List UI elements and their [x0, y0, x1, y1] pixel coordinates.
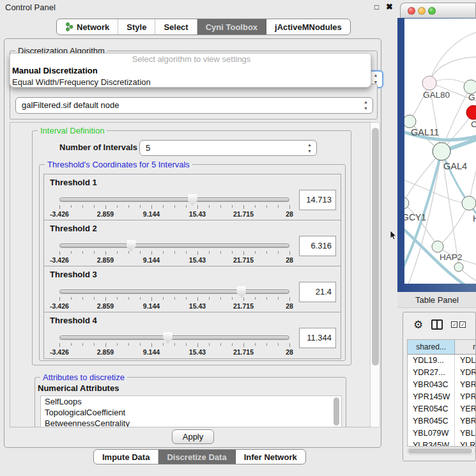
close-panel-icon[interactable]: ✖	[386, 2, 393, 12]
threshold-coordinates-group: Threshold's Coordinates for 5 Intervals …	[39, 164, 346, 361]
threshold-value-field[interactable]: 11.344	[299, 328, 336, 348]
gray-edge[interactable]	[469, 153, 476, 203]
cell-shared-name[interactable]: YER054C	[408, 403, 455, 415]
cell-shared-name[interactable]: YBR045C	[408, 415, 455, 427]
table-row[interactable]: YBR043CYBR0	[408, 379, 476, 391]
threshold-value-field[interactable]: 21.4	[299, 282, 336, 302]
cell-shared-name[interactable]: YBR043C	[408, 379, 455, 391]
column-visibility-icons[interactable]: ✓ ✓	[451, 321, 466, 328]
slider-tick-label: -3.426	[50, 302, 69, 310]
slider-tick	[289, 343, 290, 347]
tab-network[interactable]: Network	[57, 19, 118, 35]
cell-name[interactable]: YBR0	[455, 415, 476, 427]
network-node[interactable]	[432, 241, 443, 252]
network-view-canvas[interactable]: GAL80GCGAL11GAL4GCY1HHAP2	[404, 19, 476, 284]
table-row[interactable]: YLR345WYLR3	[408, 440, 476, 447]
cell-name[interactable]: YDL1	[455, 355, 476, 367]
slider-tick-label: 28	[286, 210, 293, 218]
close-window-button[interactable]	[408, 7, 415, 15]
slider-track[interactable]	[59, 243, 289, 248]
slider-thumb[interactable]	[163, 332, 173, 344]
attribute-list-item[interactable]: BetweennessCentrality	[41, 418, 341, 427]
tab-impute-data[interactable]: Impute Data	[94, 450, 158, 464]
tab-cyni-toolbox[interactable]: Cyni Toolbox	[197, 19, 266, 35]
zoom-window-button[interactable]	[428, 7, 436, 15]
slider-track[interactable]	[59, 289, 289, 294]
network-node[interactable]	[462, 196, 476, 210]
scrollbar-thumb[interactable]	[372, 128, 379, 365]
slider-thumb[interactable]	[236, 286, 246, 298]
checkbox-icon[interactable]: ✓	[451, 321, 457, 328]
cell-name[interactable]: YER0	[455, 403, 476, 415]
threshold-value-field[interactable]: 14.713	[299, 190, 336, 210]
slider-thumb[interactable]	[188, 194, 197, 206]
cell-shared-name[interactable]: YBL079W	[408, 427, 455, 440]
tab-discretize-data[interactable]: Discretize Data	[158, 450, 235, 464]
table-row[interactable]: YDL19...YDL1	[408, 355, 476, 367]
column-header-name[interactable]: n	[455, 340, 476, 355]
attribute-list-item[interactable]: TopologicalCoefficient	[41, 407, 341, 418]
number-of-intervals-combobox[interactable]: 5 ▲▼	[139, 140, 317, 156]
table-row[interactable]: YBL079WYBL0	[408, 427, 476, 440]
threshold-slider[interactable]: -3.4262.8599.14415.4321.71528	[59, 332, 289, 357]
network-node[interactable]	[404, 115, 416, 128]
attribute-list-item[interactable]: SelfLoops	[41, 396, 341, 407]
cell-shared-name[interactable]: YPR145W	[408, 391, 455, 403]
table-row[interactable]: YBR045CYBR0	[408, 415, 476, 427]
attributes-to-discretize-group: Attributes to discretize Numerical Attri…	[35, 377, 346, 427]
slider-tick	[243, 297, 244, 301]
slider-tick	[94, 297, 95, 300]
minimize-window-button[interactable]	[418, 7, 426, 15]
threshold-value-field[interactable]: 6.316	[299, 236, 336, 256]
tab-infer-network[interactable]: Infer Network	[236, 450, 305, 464]
dropdown-option-equal-width[interactable]: Equal Width/Frequency Discretization	[10, 77, 371, 88]
network-node[interactable]	[464, 80, 476, 94]
checkbox-icon[interactable]: ✓	[459, 321, 466, 328]
table-row[interactable]: YDR27...YDR2	[408, 367, 476, 379]
table-horizontal-scrollbar[interactable]	[407, 447, 475, 455]
network-node[interactable]	[433, 142, 450, 160]
node-attribute-table[interactable]: shared... n YDL19...YDL1YDR27...YDR2YBR0…	[407, 339, 476, 447]
network-node[interactable]	[454, 263, 463, 272]
network-window-titlebar[interactable]	[400, 3, 476, 18]
scrollbar-thumb[interactable]	[408, 449, 472, 454]
cell-shared-name[interactable]: YDR27...	[408, 367, 455, 379]
tab-label: Network	[77, 22, 109, 32]
cell-shared-name[interactable]: YDL19...	[408, 355, 455, 367]
gray-edge[interactable]	[438, 203, 469, 247]
cell-name[interactable]: YBR0	[455, 379, 476, 391]
table-data-combobox[interactable]: galFiltered.sif default node ▲▼	[15, 97, 373, 114]
tab-jactivemnodules[interactable]: jActiveMNodules	[266, 19, 350, 35]
split-panel-icon[interactable]	[431, 319, 443, 330]
table-row[interactable]: YPR145WYPR1	[408, 391, 476, 403]
tab-style[interactable]: Style	[118, 19, 155, 35]
gear-icon[interactable]: ⚙	[413, 318, 423, 332]
cell-name[interactable]: YBL0	[455, 427, 476, 440]
float-window-icon[interactable]: □	[374, 3, 379, 12]
table-row[interactable]: YER054CYER0	[408, 403, 476, 415]
numerical-attributes-list[interactable]: SelfLoopsTopologicalCoefficientBetweenne…	[40, 395, 342, 427]
slider-thumb[interactable]	[127, 240, 136, 252]
cell-name[interactable]: YLR3	[455, 440, 476, 447]
gray-edge[interactable]	[404, 178, 469, 203]
slider-track[interactable]	[59, 335, 289, 340]
threshold-slider[interactable]: -3.4262.8599.14415.4321.71528	[59, 194, 289, 219]
dropdown-option-manual[interactable]: Manual Discretization	[10, 65, 371, 77]
slider-tick	[255, 251, 256, 254]
threshold-slider[interactable]: -3.4262.8599.14415.4321.71528	[59, 240, 289, 265]
attributes-list-scrollbar[interactable]	[334, 397, 339, 426]
tab-select[interactable]: Select	[155, 19, 197, 35]
column-header-shared-name[interactable]: shared...	[408, 340, 455, 355]
cell-shared-name[interactable]: YLR345W	[408, 440, 455, 447]
control-panel-tabbar: NetworkStyleSelectCyni ToolboxjActiveMNo…	[56, 19, 351, 35]
slider-tick	[117, 297, 118, 300]
network-node[interactable]	[422, 76, 436, 90]
cell-name[interactable]: YPR1	[455, 391, 476, 403]
network-node[interactable]	[466, 105, 476, 119]
cell-name[interactable]: YDR2	[455, 367, 476, 379]
apply-button[interactable]: Apply	[172, 429, 214, 444]
toolbox-vertical-scrollbar[interactable]	[370, 122, 380, 427]
threshold-1-box: Threshold 1-3.4262.8599.14415.4321.71528…	[43, 174, 341, 221]
slider-track[interactable]	[59, 197, 289, 202]
threshold-slider[interactable]: -3.4262.8599.14415.4321.71528	[59, 286, 289, 311]
